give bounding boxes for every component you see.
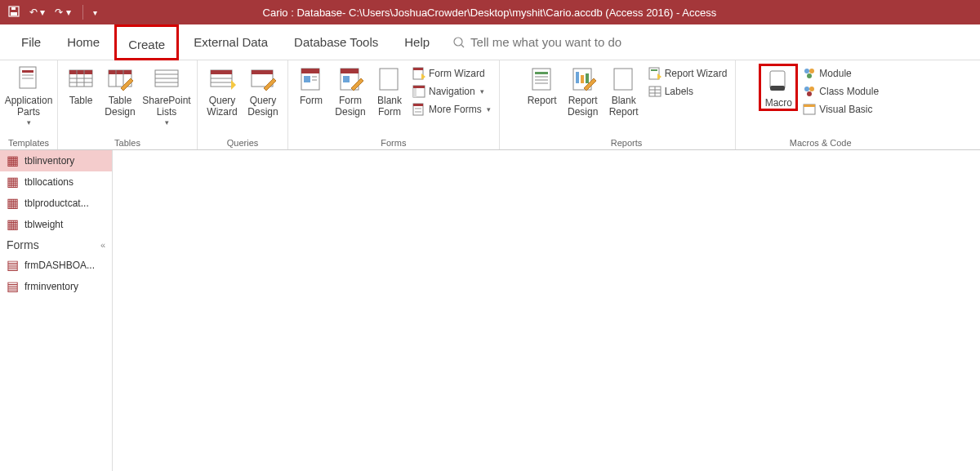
- collapse-icon[interactable]: «: [100, 240, 105, 250]
- labels-button[interactable]: Labels: [645, 83, 731, 100]
- table-button[interactable]: Table: [63, 64, 99, 106]
- svg-rect-79: [804, 104, 815, 107]
- tab-create[interactable]: Create: [114, 24, 179, 60]
- tab-help[interactable]: Help: [393, 24, 441, 60]
- visual-basic-button[interactable]: Visual Basic: [800, 101, 882, 118]
- svg-rect-10: [69, 70, 92, 74]
- ribbon: Application Parts ▾ Templates Table Tabl…: [0, 60, 980, 150]
- group-reports: Report Report Design Blank Report Report…: [500, 60, 737, 149]
- module-icon: [803, 67, 816, 80]
- redo-icon[interactable]: ↷ ▾: [55, 7, 70, 18]
- more-forms-button[interactable]: More Forms: [409, 101, 494, 118]
- tell-me-input[interactable]: [470, 35, 683, 49]
- macro-icon: [764, 68, 792, 96]
- form-design-label: Form Design: [335, 95, 365, 118]
- nav-item-label: tbllocations: [24, 176, 74, 188]
- group-forms: Form Form Design Blank Form Form Wizard …: [288, 60, 500, 149]
- module-button[interactable]: Module: [800, 65, 882, 82]
- svg-rect-2: [11, 7, 16, 10]
- more-forms-icon: [412, 103, 425, 116]
- svg-point-74: [807, 73, 812, 78]
- svg-rect-49: [413, 104, 423, 106]
- query-design-button[interactable]: Query Design: [243, 64, 283, 118]
- form-design-button[interactable]: Form Design: [331, 64, 370, 118]
- blank-report-icon: [610, 65, 638, 93]
- svg-rect-59: [581, 75, 584, 83]
- content-area: [113, 150, 980, 471]
- tab-file[interactable]: File: [10, 24, 52, 60]
- tab-database-tools[interactable]: Database Tools: [283, 24, 390, 60]
- application-parts-button[interactable]: Application Parts ▾: [5, 64, 52, 127]
- report-wizard-label: Report Wizard: [665, 68, 728, 79]
- blank-form-icon: [376, 65, 403, 93]
- ribbon-tabs: File Home Create External Data Database …: [0, 24, 980, 60]
- table-label: Table: [69, 95, 93, 106]
- nav-form-frminventory[interactable]: frminventory: [0, 276, 112, 297]
- table-design-icon: [106, 65, 134, 93]
- class-module-button[interactable]: Class Module: [800, 83, 882, 100]
- save-icon[interactable]: [8, 6, 20, 20]
- navigation-button[interactable]: Navigation: [409, 83, 494, 100]
- report-wizard-icon: [648, 67, 662, 80]
- macro-button[interactable]: Macro: [759, 64, 798, 111]
- window-title: Cario : Database- C:\Users\JoshuaCrowder…: [97, 7, 882, 19]
- form-label: Form: [300, 95, 323, 106]
- form-wizard-icon: [412, 67, 425, 80]
- group-templates: Application Parts ▾ Templates: [0, 60, 58, 149]
- svg-point-76: [809, 87, 814, 91]
- nav-table-tblinventory[interactable]: tblinventory: [0, 150, 112, 171]
- tell-me-search[interactable]: [452, 35, 683, 49]
- svg-rect-33: [301, 69, 319, 73]
- sharepoint-lists-button[interactable]: SharePoint Lists ▾: [141, 64, 192, 127]
- svg-rect-60: [586, 73, 589, 83]
- nav-form-frmdashboard[interactable]: frmDASHBOA...: [0, 255, 112, 276]
- svg-rect-53: [535, 72, 548, 74]
- svg-rect-38: [341, 69, 359, 73]
- nav-table-tblproductcat[interactable]: tblproductcat...: [0, 193, 112, 214]
- group-tables-label: Tables: [114, 136, 140, 148]
- report-wizard-button[interactable]: Report Wizard: [645, 65, 731, 82]
- application-parts-icon: [15, 65, 42, 93]
- form-wizard-button[interactable]: Form Wizard: [409, 65, 494, 82]
- svg-point-72: [804, 69, 809, 73]
- svg-rect-30: [252, 70, 273, 74]
- form-button[interactable]: Form: [293, 64, 329, 106]
- group-tables: Table Table Design SharePoint Lists ▾ Ta…: [58, 60, 198, 149]
- undo-icon[interactable]: ↶ ▾: [29, 7, 45, 18]
- group-templates-label: Templates: [8, 136, 49, 148]
- blank-report-label: Blank Report: [609, 95, 639, 118]
- table-design-button[interactable]: Table Design: [100, 64, 140, 118]
- query-wizard-label: Query Wizard: [207, 95, 237, 118]
- group-reports-label: Reports: [611, 136, 643, 148]
- svg-rect-1: [11, 12, 17, 16]
- query-wizard-icon: [208, 65, 236, 93]
- svg-point-75: [804, 87, 809, 91]
- quick-access-toolbar: ↶ ▾ ↷ ▾ ▾: [0, 5, 97, 20]
- svg-rect-46: [413, 86, 425, 88]
- svg-rect-52: [532, 69, 550, 90]
- table-design-label: Table Design: [105, 95, 135, 118]
- nav-forms-header[interactable]: Forms «: [0, 235, 112, 255]
- navigation-pane: tblinventory tbllocations tblproductcat.…: [0, 150, 113, 471]
- svg-rect-6: [22, 70, 33, 73]
- svg-rect-7: [22, 74, 33, 76]
- table-object-icon: [7, 218, 20, 231]
- class-module-label: Class Module: [819, 86, 879, 97]
- svg-rect-47: [413, 88, 416, 97]
- report-button[interactable]: Report: [523, 64, 562, 106]
- sharepoint-lists-icon: [153, 65, 180, 93]
- report-label: Report: [528, 95, 557, 106]
- blank-report-button[interactable]: Blank Report: [604, 64, 644, 118]
- svg-rect-41: [380, 69, 398, 90]
- tab-external-data[interactable]: External Data: [182, 24, 279, 60]
- nav-table-tbllocations[interactable]: tbllocations: [0, 171, 112, 193]
- svg-rect-64: [651, 69, 657, 71]
- blank-form-button[interactable]: Blank Form: [372, 64, 408, 118]
- group-macros-label: Macros & Code: [790, 136, 852, 148]
- blank-form-label: Blank Form: [377, 95, 402, 118]
- query-wizard-button[interactable]: Query Wizard: [203, 64, 242, 118]
- tab-home[interactable]: Home: [56, 24, 111, 60]
- nav-table-tblweight[interactable]: tblweight: [0, 214, 112, 235]
- report-design-button[interactable]: Report Design: [564, 64, 603, 118]
- class-module-icon: [803, 85, 816, 98]
